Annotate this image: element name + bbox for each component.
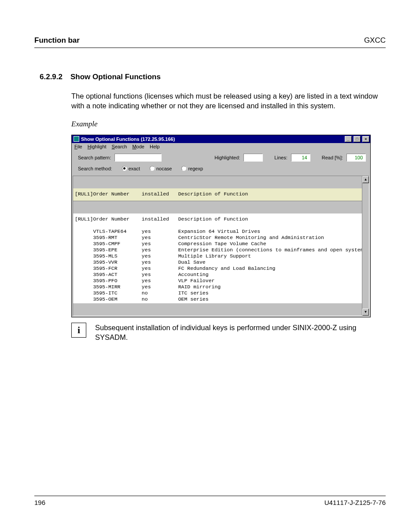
search-pattern-label: Search pattern: [78, 155, 111, 160]
search-pattern-input[interactable] [114, 154, 162, 162]
radio-exact-label: exact [129, 166, 140, 171]
radio-dot-icon [181, 166, 186, 171]
page-footer: 196 U41117-J-Z125-7-76 [34, 496, 386, 506]
maximize-button[interactable]: □ [354, 136, 361, 142]
vertical-scrollbar[interactable]: ▲ ▼ [362, 176, 369, 316]
menu-highlight[interactable]: Highlight [88, 144, 107, 149]
header-left: Function bar [34, 36, 80, 45]
close-button[interactable]: × [362, 136, 369, 142]
minimize-button[interactable]: _ [345, 136, 352, 142]
doc-id: U41117-J-Z125-7-76 [324, 499, 386, 506]
titlebar[interactable]: Show Optional Functions (172.25.95.166) … [72, 135, 370, 143]
menubar: File Highlight Search Mode Help [72, 143, 370, 150]
section-number: 6.2.9.2 [34, 73, 63, 81]
lines-value: 14 [291, 154, 310, 162]
menu-mode[interactable]: Mode [132, 144, 144, 149]
radio-nocase[interactable]: nocase [150, 166, 172, 171]
radio-dot-icon [122, 166, 127, 171]
page-header: Function bar GXCC [34, 36, 386, 48]
readpct-value: 100 [346, 154, 366, 162]
columns-header-fixed: [RUL1]Order Number installed Description… [73, 188, 369, 201]
highlighted-label: Highlighted: [214, 155, 240, 160]
info-icon: i [71, 323, 86, 338]
lines-label: Lines: [274, 155, 287, 160]
search-method-label: Search method: [78, 166, 112, 171]
radio-regexp-label: regexp [188, 166, 203, 171]
example-label: Example [71, 120, 386, 129]
dialog-window: Show Optional Functions (172.25.95.166) … [71, 135, 371, 317]
scroll-up-icon[interactable]: ▲ [362, 176, 369, 183]
menu-search[interactable]: Search [112, 144, 127, 149]
window-title: Show Optional Functions (172.25.95.166) [81, 136, 344, 142]
text-body: [RUL1]Order Number installed Description… [73, 213, 369, 303]
header-right: GXCC [364, 36, 386, 45]
radio-exact[interactable]: exact [122, 166, 140, 171]
readpct-label: Read [%]: [322, 155, 343, 160]
scroll-down-icon[interactable]: ▼ [362, 309, 369, 316]
search-row-1: Search pattern: Highlighted: Lines: 14 R… [72, 150, 370, 163]
search-row-2: Search method: exact nocase regexp [72, 163, 370, 176]
menu-help[interactable]: Help [150, 144, 160, 149]
text-pane-inner: [RUL1]Order Number installed Description… [73, 176, 369, 316]
info-note-text: Subsequent installation of individual ke… [95, 323, 386, 342]
text-pane: [RUL1]Order Number installed Description… [73, 176, 369, 316]
app-icon [74, 136, 79, 142]
highlighted-value [243, 154, 263, 162]
section-paragraph: The optional functions (licenses which m… [71, 91, 386, 111]
section-title: Show Optional Functions [70, 73, 161, 81]
radio-dot-icon [150, 166, 155, 171]
page-number: 196 [34, 499, 45, 506]
section-heading: 6.2.9.2 Show Optional Functions [34, 73, 386, 81]
menu-file[interactable]: File [74, 144, 82, 149]
radio-nocase-label: nocase [156, 166, 172, 171]
info-note: i Subsequent installation of individual … [71, 323, 386, 342]
radio-regexp[interactable]: regexp [181, 166, 203, 171]
